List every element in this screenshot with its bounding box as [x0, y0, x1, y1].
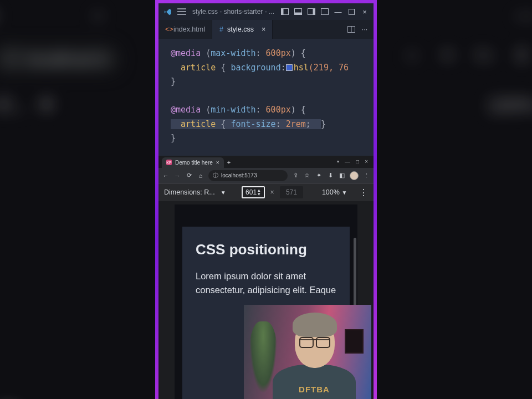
tab-label: index.html: [173, 25, 205, 33]
chrome-titlebar: KP Demo title here × + ▾ — □ ×: [158, 156, 374, 168]
kebab-menu-icon[interactable]: ⋮: [362, 172, 370, 179]
tab-title: Demo title here: [175, 160, 213, 166]
chevron-down-icon[interactable]: ▾: [337, 159, 339, 164]
height-input[interactable]: 571: [280, 186, 303, 198]
vscode-logo-icon: [163, 7, 172, 16]
dimensions-label[interactable]: Dimensions: R...: [164, 188, 215, 196]
maximize-icon[interactable]: □: [356, 158, 359, 165]
home-icon[interactable]: ⌂: [197, 172, 204, 179]
css-file-icon: #: [219, 25, 224, 33]
layout-left-icon[interactable]: [280, 7, 289, 16]
menu-icon[interactable]: [177, 7, 186, 16]
layout-grid-icon[interactable]: [320, 7, 329, 16]
bg-devbar-left: ensions: R...▼: [0, 94, 56, 116]
browser-tab[interactable]: KP Demo title here ×: [162, 157, 224, 168]
svg-rect-7: [349, 9, 354, 14]
glasses-icon: [299, 339, 330, 348]
tab-style-css[interactable]: # style.css ×: [212, 20, 273, 39]
info-icon[interactable]: ⓘ: [213, 172, 218, 180]
kebab-menu-icon[interactable]: ⋮: [359, 187, 368, 198]
share-icon[interactable]: ⇪: [291, 172, 299, 179]
window-title: style.css - shorts-starter - ...: [192, 8, 275, 16]
layout-right-icon[interactable]: [307, 7, 316, 16]
star-icon: ☆: [405, 45, 420, 65]
tab-close-icon[interactable]: ×: [216, 160, 219, 166]
svg-rect-6: [321, 9, 329, 15]
svg-rect-5: [313, 9, 315, 15]
tab-index-html[interactable]: <> index.html: [158, 20, 212, 39]
maximize-icon[interactable]: [347, 7, 356, 16]
bg-tab-close: ×: [93, 7, 103, 25]
close-icon[interactable]: ×: [365, 158, 368, 165]
url-bar[interactable]: ⓘ localhost:5173: [208, 170, 288, 181]
vertical-video-frame: style.css - shorts-starter - ... — × <> …: [155, 0, 377, 399]
code-editor[interactable]: @media (max-width: 600px) { article { ba…: [158, 39, 374, 156]
download-icon: ⬇: [515, 45, 529, 65]
presenter-hair: [293, 313, 337, 337]
phone-contents: style.css - shorts-starter - ... — × <> …: [158, 3, 374, 399]
minimize-icon[interactable]: —: [334, 7, 342, 16]
wall-frame: [345, 329, 364, 354]
chrome-toolbar: ← → ⟳ ⌂ ⓘ localhost:5173 ⇪ ☆ ✦ ⬇ ◧ ⋮: [158, 168, 374, 183]
bg-right-icons: ☆ ✦ ≡♪ ⬇ ◧: [405, 45, 532, 65]
zoom-level[interactable]: 100% ▼: [322, 188, 347, 196]
editor-tab-row: <> index.html # style.css × ···: [158, 20, 374, 39]
star-icon[interactable]: ☆: [303, 172, 311, 179]
info-icon: ⓘ: [3, 48, 20, 70]
favicon-icon: KP: [166, 160, 172, 165]
bg-toolbar: C ⌂ ⓘ localhost:5: [0, 44, 120, 74]
extensions-icon: ✦: [441, 45, 454, 65]
width-input[interactable]: 601▴▾: [242, 186, 265, 198]
chevron-down-icon: ▼: [37, 94, 56, 116]
vscode-window: style.css - shorts-starter - ... — × <> …: [158, 3, 374, 156]
tab-actions: ···: [347, 25, 374, 34]
multiply-symbol: ×: [270, 188, 274, 196]
download-icon[interactable]: ⬇: [326, 172, 334, 179]
layout-bottom-icon[interactable]: [294, 7, 303, 16]
url-text: localhost:5173: [221, 172, 257, 178]
new-tab-button[interactable]: +: [224, 157, 234, 168]
bg-url: localhost:5: [28, 50, 107, 69]
devtools-device-bar: Dimensions: R... ▼ 601▴▾ × 571 100% ▼ ⋮: [158, 183, 374, 201]
page-heading: CSS positioning: [196, 241, 336, 258]
reload-icon[interactable]: ⟳: [185, 172, 193, 179]
reading-list-icon: ≡♪: [475, 45, 494, 65]
presenter-webcam: [244, 305, 371, 399]
minimize-icon[interactable]: —: [345, 158, 350, 165]
minimize-icon: —: [515, 3, 532, 27]
panel-icon[interactable]: ◧: [338, 172, 346, 179]
bg-win-buttons: —: [515, 3, 532, 27]
vscode-titlebar: style.css - shorts-starter - ... — ×: [158, 3, 374, 20]
back-icon[interactable]: ←: [162, 172, 170, 179]
chevron-down-icon[interactable]: ▼: [221, 190, 226, 196]
svg-rect-1: [282, 9, 284, 15]
scrollbar-thumb[interactable]: [354, 238, 356, 310]
tab-label: style.css: [227, 25, 254, 33]
page-paragraph: Lorem ipsum dolor sit amet consectetur, …: [196, 269, 336, 298]
more-icon[interactable]: ···: [360, 25, 369, 34]
bg-zoom: 100% ▼: [488, 94, 532, 116]
chevron-down-icon: ▼: [341, 190, 347, 196]
extensions-icon[interactable]: ✦: [315, 172, 323, 179]
html-file-icon: <>: [165, 25, 170, 33]
split-editor-icon[interactable]: [347, 25, 356, 34]
svg-rect-3: [295, 13, 302, 15]
presenter-shirt: [273, 365, 356, 399]
tab-close-icon[interactable]: ×: [262, 25, 265, 33]
close-icon[interactable]: ×: [360, 7, 369, 16]
forward-icon[interactable]: →: [173, 172, 181, 179]
color-swatch-icon[interactable]: [286, 64, 293, 71]
profile-avatar[interactable]: [350, 171, 359, 180]
